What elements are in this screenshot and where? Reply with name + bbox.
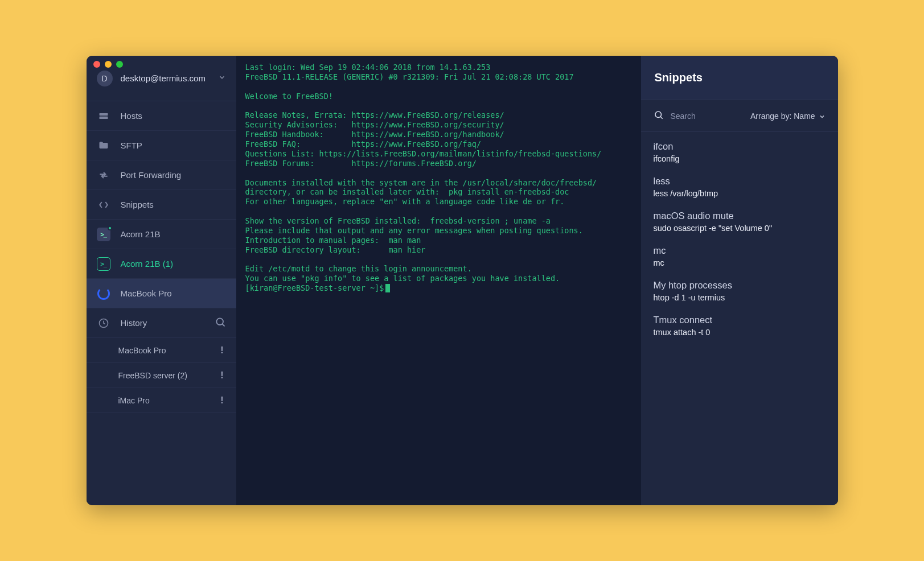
snippets-toolbar: Search Arrange by: Name [641, 100, 838, 132]
status-dot-icon [108, 226, 112, 230]
snippet-command: tmux attach -t 0 [654, 328, 826, 337]
sidebar-item-history[interactable]: History [87, 308, 236, 338]
alert-icon: ! [220, 370, 223, 381]
sidebar: D desktop@termius.com Hosts SFTP Port Fo… [87, 56, 236, 505]
snippets-title: Snippets [641, 56, 838, 100]
chevron-down-icon [819, 113, 826, 120]
history-icon [97, 316, 110, 330]
window-controls [93, 61, 123, 68]
folder-icon [97, 139, 110, 152]
snippets-panel: Snippets Search Arrange by: Name ifcon i… [641, 56, 838, 505]
sidebar-item-label: Snippets [121, 200, 154, 209]
app-window: D desktop@termius.com Hosts SFTP Port Fo… [87, 56, 838, 505]
terminal-icon: >_ [97, 257, 110, 271]
snippet-command: ifconfig [654, 154, 826, 163]
alert-icon: ! [220, 345, 223, 356]
svg-point-3 [216, 318, 223, 325]
avatar: D [97, 71, 113, 86]
terminal-output: Last login: Wed Sep 19 02:44:06 2018 fro… [245, 63, 602, 283]
sidebar-item-port-forwarding[interactable]: Port Forwarding [87, 160, 236, 190]
snippet-item[interactable]: macOS audio mute sudo osascript -e "set … [641, 205, 838, 240]
snippet-title: less [654, 176, 826, 187]
chevron-down-icon [218, 73, 226, 83]
history-item-freebsd-server[interactable]: FreeBSD server (2) ! [87, 363, 236, 388]
snippet-command: less /var/log/btmp [654, 189, 826, 198]
snippet-title: macOS audio mute [654, 211, 826, 221]
snippets-icon [97, 198, 110, 212]
sidebar-item-macbook-pro[interactable]: MacBook Pro [87, 279, 236, 308]
svg-rect-0 [99, 113, 108, 116]
arrange-label: Arrange by: [750, 112, 791, 121]
sidebar-item-hosts[interactable]: Hosts [87, 101, 236, 131]
snippet-command: mc [654, 258, 826, 267]
svg-line-4 [222, 324, 224, 326]
sidebar-item-label: SFTP [121, 141, 142, 150]
sidebar-item-sftp[interactable]: SFTP [87, 131, 236, 160]
close-window-button[interactable] [93, 61, 100, 68]
account-email: desktop@termius.com [121, 73, 210, 83]
arrange-value: Name [794, 112, 815, 121]
port-forwarding-icon [97, 168, 110, 182]
terminal-icon: >_ [97, 228, 110, 241]
search-input[interactable]: Search [671, 112, 744, 121]
sidebar-item-acorn-21b[interactable]: >_ Acorn 21B [87, 220, 236, 249]
snippet-item[interactable]: Tmux connect tmux attach -t 0 [641, 309, 838, 344]
snippet-title: My htop processes [654, 280, 826, 291]
snippet-item[interactable]: less less /var/log/btmp [641, 170, 838, 205]
search-icon[interactable] [215, 316, 226, 329]
sidebar-item-label: Acorn 21B [121, 229, 161, 239]
snippet-command: htop -d 1 -u termius [654, 293, 826, 302]
snippet-item[interactable]: My htop processes htop -d 1 -u termius [641, 274, 838, 309]
snippet-title: mc [654, 245, 826, 256]
snippet-item[interactable]: ifcon ifconfig [641, 135, 838, 170]
svg-line-6 [660, 117, 663, 119]
sidebar-item-snippets[interactable]: Snippets [87, 190, 236, 220]
snippet-list: ifcon ifconfig less less /var/log/btmp m… [641, 132, 838, 347]
snippet-command: sudo osascript -e "set Volume 0" [654, 224, 826, 233]
svg-rect-1 [99, 116, 108, 118]
zoom-window-button[interactable] [116, 61, 123, 68]
history-item-label: iMac Pro [118, 396, 221, 405]
sidebar-item-label: MacBook Pro [121, 288, 172, 298]
snippet-title: Tmux connect [654, 315, 826, 325]
history-item-macbook-pro[interactable]: MacBook Pro ! [87, 338, 236, 363]
history-item-label: MacBook Pro [118, 346, 221, 355]
svg-point-5 [655, 112, 662, 118]
search-icon[interactable] [654, 110, 664, 122]
hosts-icon [97, 109, 110, 123]
snippet-title: ifcon [654, 141, 826, 152]
sidebar-item-label: Acorn 21B (1) [121, 259, 174, 269]
terminal-prompt: [kiran@FreeBSD-test-server ~]$ [245, 283, 384, 292]
sidebar-item-acorn-21b-1[interactable]: >_ Acorn 21B (1) [87, 249, 236, 279]
sidebar-item-label: Hosts [121, 111, 142, 121]
history-item-imac-pro[interactable]: iMac Pro ! [87, 388, 236, 413]
terminal-pane[interactable]: Last login: Wed Sep 19 02:44:06 2018 fro… [236, 56, 641, 505]
alert-icon: ! [220, 395, 223, 406]
history-item-label: FreeBSD server (2) [118, 371, 221, 380]
snippet-item[interactable]: mc mc [641, 240, 838, 274]
loading-spinner-icon [97, 287, 110, 300]
cursor-icon [385, 284, 390, 292]
minimize-window-button[interactable] [105, 61, 112, 68]
sidebar-item-label: History [121, 318, 204, 328]
sidebar-item-label: Port Forwarding [121, 170, 182, 180]
arrange-by-dropdown[interactable]: Arrange by: Name [750, 112, 826, 121]
